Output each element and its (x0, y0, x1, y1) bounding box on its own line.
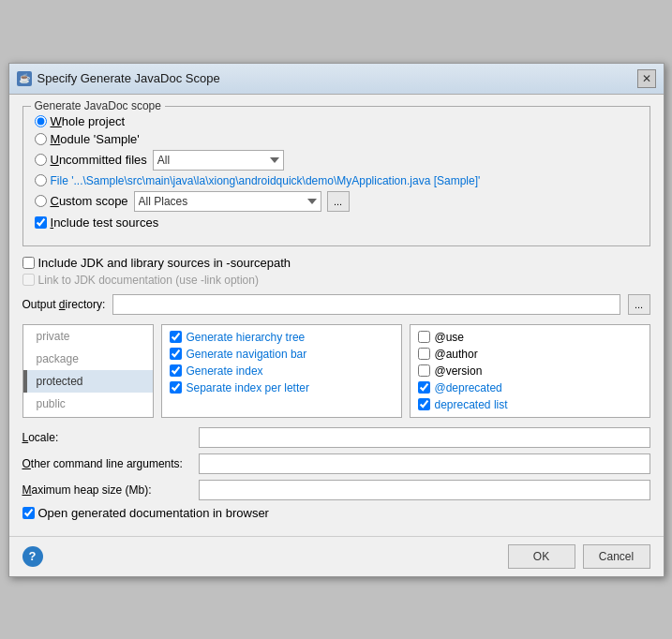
close-button[interactable]: ✕ (637, 69, 656, 88)
locale-input[interactable] (199, 427, 650, 448)
opt-deprecated-label: @deprecated (435, 381, 502, 394)
checkbox-link-jdk: Link to JDK documentation (use -link opt… (22, 274, 650, 287)
main-content-area: private package protected public Generat… (22, 324, 650, 418)
radio-uncommitted-input[interactable] (35, 154, 47, 166)
include-test-text: Include test sources (51, 215, 159, 230)
options-col-1: Generate hierarchy tree Generate navigat… (161, 324, 402, 418)
opt-version-label: @version (435, 364, 483, 378)
radio-custom-label: Custom scope (51, 194, 128, 208)
dialog-body: Generate JavaDoc scope Whole project Mod… (9, 95, 664, 536)
open-browser-text: Open generated documentation in browser (38, 506, 269, 520)
radio-uncommitted[interactable]: Uncommitted files (35, 153, 147, 167)
radio-whole-project[interactable]: Whole project (35, 114, 126, 128)
custom-scope-edit-button[interactable]: ... (327, 191, 350, 212)
help-button[interactable]: ? (22, 546, 43, 567)
footer-left: ? (22, 546, 43, 567)
uncommitted-dropdown[interactable]: All (153, 150, 284, 171)
scope-item-private[interactable]: private (23, 325, 153, 348)
opt-nav-bar: Generate navigation bar (170, 348, 394, 361)
radio-module-label: Module 'Sample' (51, 132, 140, 146)
opt-deprecated-list-label: deprecated list (435, 398, 508, 411)
radio-uncommitted-label: Uncommitted files (51, 153, 147, 167)
opt-index: Generate index (170, 364, 394, 378)
opt-author: @author (418, 348, 642, 361)
other-args-input[interactable] (199, 453, 650, 474)
scope-row-whole-project: Whole project (35, 114, 638, 128)
opt-separate-index-checkbox[interactable] (170, 381, 182, 394)
opt-deprecated-list: deprecated list (418, 398, 642, 411)
include-test-label[interactable]: Include test sources (35, 215, 159, 230)
radio-custom[interactable]: Custom scope (35, 194, 128, 208)
link-jdk-label: Link to JDK documentation (use -link opt… (22, 274, 259, 287)
checkbox-include-jdk: Include JDK and library sources in -sour… (22, 256, 650, 270)
ok-button[interactable]: OK (508, 544, 575, 569)
dialog-footer: ? OK Cancel (9, 536, 664, 576)
radio-whole-project-input[interactable] (35, 115, 47, 127)
opt-author-checkbox[interactable] (418, 348, 430, 360)
opt-use-label: @use (435, 331, 465, 344)
file-path-label: File '...\Sample\src\main\java\la\xiong\… (51, 174, 481, 187)
heap-size-label: Maximum heap size (Mb): (22, 483, 191, 497)
scope-item-protected[interactable]: protected (23, 370, 153, 393)
open-browser-label[interactable]: Open generated documentation in browser (22, 506, 269, 520)
other-args-label: Other command line arguments: (22, 457, 191, 470)
opt-hierarchy-tree-checkbox[interactable] (170, 331, 182, 343)
opt-index-checkbox[interactable] (170, 364, 182, 377)
include-test-checkbox[interactable] (35, 216, 47, 229)
opt-separate-index: Separate index per letter (170, 381, 394, 394)
output-dir-browse-button[interactable]: ... (628, 294, 650, 315)
title-bar: ☕ Specify Generate JavaDoc Scope ✕ (9, 64, 664, 95)
output-dir-label: Output directory: (22, 298, 106, 311)
locale-label: Locale: (22, 431, 191, 444)
scope-item-public[interactable]: public (23, 393, 153, 415)
radio-custom-input[interactable] (35, 195, 47, 207)
title-bar-left: ☕ Specify Generate JavaDoc Scope (17, 71, 220, 86)
opt-nav-bar-label: Generate navigation bar (187, 348, 307, 361)
open-browser-row: Open generated documentation in browser (22, 506, 650, 520)
opt-index-label: Generate index (187, 364, 263, 378)
heap-size-row: Maximum heap size (Mb): (22, 480, 650, 500)
opt-author-label: @author (435, 348, 478, 361)
output-dir-input[interactable] (112, 294, 620, 315)
radio-module-input[interactable] (35, 133, 47, 145)
include-jdk-checkbox[interactable] (22, 257, 35, 269)
custom-scope-dropdown[interactable]: All Places (134, 191, 321, 212)
scope-group-box: Generate JavaDoc scope Whole project Mod… (22, 106, 650, 246)
output-dir-row: Output directory: ... (22, 294, 650, 315)
radio-file-input[interactable] (35, 174, 47, 186)
link-jdk-text: Link to JDK documentation (use -link opt… (38, 274, 259, 287)
radio-file[interactable]: File '...\Sample\src\main\java\la\xiong\… (35, 174, 481, 187)
opt-hierarchy-tree-label: Generate hierarchy tree (187, 331, 306, 344)
radio-whole-project-label: Whole project (51, 114, 126, 128)
scope-row-uncommitted: Uncommitted files All (35, 150, 638, 171)
opt-version-checkbox[interactable] (418, 364, 430, 377)
options-col-2: @use @author @version @deprecated (410, 324, 650, 418)
locale-row: Locale: (22, 427, 650, 448)
opt-hierarchy-tree: Generate hierarchy tree (170, 331, 394, 344)
cancel-button[interactable]: Cancel (583, 544, 650, 569)
include-jdk-label[interactable]: Include JDK and library sources in -sour… (22, 256, 291, 270)
opt-use: @use (418, 331, 642, 344)
scope-row-module: Module 'Sample' (35, 132, 638, 146)
file-row: File '...\Sample\src\main\java\la\xiong\… (35, 174, 638, 187)
link-jdk-checkbox (22, 274, 35, 286)
opt-deprecated-list-checkbox[interactable] (418, 398, 430, 410)
checkbox-include-test: Include test sources (35, 215, 638, 230)
open-browser-checkbox[interactable] (22, 507, 35, 519)
dialog-title: Specify Generate JavaDoc Scope (37, 71, 220, 85)
scope-list: private package protected public (22, 324, 154, 418)
options-area: Generate hierarchy tree Generate navigat… (161, 324, 650, 418)
opt-deprecated-checkbox[interactable] (418, 381, 430, 394)
radio-module[interactable]: Module 'Sample' (35, 132, 140, 146)
opt-use-checkbox[interactable] (418, 331, 430, 343)
opt-nav-bar-checkbox[interactable] (170, 348, 182, 360)
scope-item-package[interactable]: package (23, 348, 153, 370)
dialog-icon: ☕ (17, 71, 32, 86)
opt-separate-index-label: Separate index per letter (187, 381, 309, 394)
footer-right: OK Cancel (508, 544, 650, 569)
group-box-label: Generate JavaDoc scope (31, 99, 165, 112)
include-jdk-text: Include JDK and library sources in -sour… (38, 256, 291, 270)
opt-deprecated: @deprecated (418, 381, 642, 394)
heap-size-input[interactable] (199, 480, 650, 500)
other-args-row: Other command line arguments: (22, 453, 650, 474)
